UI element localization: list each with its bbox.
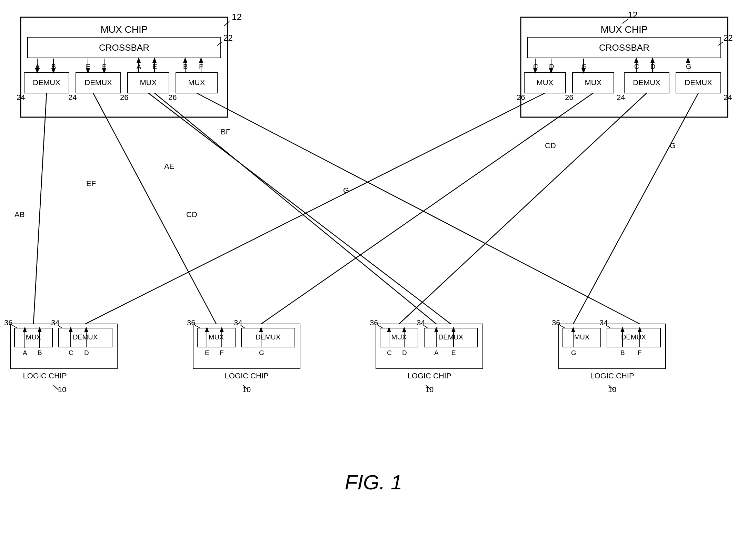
svg-text:MUX: MUX	[585, 78, 602, 87]
figure-label: FIG. 1	[345, 471, 402, 494]
svg-text:LOGIC CHIP: LOGIC CHIP	[225, 371, 268, 380]
svg-text:24: 24	[68, 93, 77, 102]
svg-line-153	[197, 93, 640, 324]
svg-text:B: B	[183, 63, 188, 70]
svg-text:MUX CHIP: MUX CHIP	[601, 24, 648, 35]
svg-text:MUX CHIP: MUX CHIP	[101, 24, 148, 35]
svg-text:F: F	[220, 349, 224, 356]
svg-text:24: 24	[724, 93, 732, 102]
svg-text:EF: EF	[86, 179, 96, 188]
svg-text:E: E	[152, 63, 157, 70]
svg-text:DEMUX: DEMUX	[633, 78, 660, 87]
svg-text:LOGIC CHIP: LOGIC CHIP	[23, 371, 67, 380]
svg-text:A: A	[137, 63, 141, 70]
svg-text:DEMUX: DEMUX	[33, 78, 60, 87]
svg-text:10: 10	[242, 385, 251, 394]
svg-text:10: 10	[608, 385, 616, 394]
svg-text:G: G	[343, 186, 349, 195]
svg-text:10: 10	[425, 385, 434, 394]
svg-line-155	[261, 93, 593, 324]
svg-text:B: B	[51, 63, 56, 70]
svg-text:A: A	[434, 349, 439, 356]
svg-text:10: 10	[58, 385, 66, 394]
svg-text:DEMUX: DEMUX	[685, 78, 712, 87]
svg-text:CD: CD	[545, 141, 556, 150]
circuit-diagram: MUX CHIP CROSSBAR 12 22 DEMUX 24 DEMUX 2…	[0, 0, 747, 560]
svg-text:B: B	[620, 349, 625, 356]
svg-text:C: C	[69, 349, 73, 356]
svg-text:A: A	[23, 349, 27, 356]
svg-text:24: 24	[617, 93, 625, 102]
svg-text:G: G	[581, 63, 587, 70]
svg-text:26: 26	[168, 93, 177, 102]
svg-text:AE: AE	[164, 162, 174, 171]
svg-text:E: E	[205, 349, 209, 356]
svg-text:12: 12	[232, 12, 242, 22]
diagram-container: MUX CHIP CROSSBAR 12 22 DEMUX 24 DEMUX 2…	[0, 0, 747, 560]
svg-text:G: G	[686, 63, 691, 70]
svg-text:24: 24	[17, 93, 25, 102]
svg-text:DEMUX: DEMUX	[73, 333, 98, 341]
svg-text:C: C	[634, 63, 639, 70]
svg-text:D: D	[84, 349, 89, 356]
svg-text:D: D	[549, 63, 554, 70]
svg-line-151	[155, 93, 436, 324]
svg-text:DEMUX: DEMUX	[84, 78, 112, 87]
svg-text:MUX: MUX	[537, 78, 554, 87]
svg-text:CD: CD	[186, 210, 197, 219]
svg-text:F: F	[638, 349, 642, 356]
svg-text:AB: AB	[14, 210, 24, 219]
svg-text:E: E	[86, 63, 90, 70]
svg-text:F: F	[199, 63, 203, 70]
svg-text:DEMUX: DEMUX	[621, 333, 646, 341]
svg-text:MUX: MUX	[140, 78, 157, 87]
svg-text:26: 26	[120, 93, 128, 102]
svg-text:MUX: MUX	[574, 333, 589, 341]
svg-text:DEMUX: DEMUX	[256, 333, 280, 341]
svg-text:C: C	[387, 349, 392, 356]
svg-line-159	[573, 93, 698, 324]
svg-text:B: B	[38, 349, 42, 356]
svg-text:MUX: MUX	[26, 333, 41, 341]
svg-text:CROSSBAR: CROSSBAR	[99, 42, 149, 53]
svg-text:G: G	[259, 349, 264, 356]
svg-line-161	[85, 93, 545, 324]
svg-text:A: A	[35, 63, 40, 70]
svg-line-157	[399, 93, 647, 324]
svg-text:36: 36	[4, 318, 12, 327]
svg-text:22: 22	[223, 33, 233, 42]
svg-text:36: 36	[552, 318, 560, 327]
svg-text:26: 26	[565, 93, 573, 102]
svg-text:LOGIC CHIP: LOGIC CHIP	[407, 371, 451, 380]
svg-text:CROSSBAR: CROSSBAR	[599, 42, 649, 53]
svg-line-149	[148, 93, 451, 324]
svg-text:D: D	[402, 349, 407, 356]
svg-text:36: 36	[370, 318, 378, 327]
svg-text:22: 22	[724, 33, 733, 42]
svg-text:C: C	[533, 63, 538, 70]
svg-text:BF: BF	[221, 128, 230, 136]
svg-text:F: F	[102, 63, 106, 70]
svg-text:LOGIC CHIP: LOGIC CHIP	[590, 371, 634, 380]
svg-text:12: 12	[628, 10, 638, 20]
svg-text:DEMUX: DEMUX	[438, 333, 463, 341]
svg-text:D: D	[650, 63, 655, 70]
svg-text:G: G	[571, 349, 576, 356]
svg-text:E: E	[451, 349, 456, 356]
svg-line-145	[33, 93, 47, 324]
svg-text:26: 26	[517, 93, 525, 102]
svg-text:G: G	[670, 141, 676, 150]
svg-text:36: 36	[187, 318, 195, 327]
svg-text:MUX: MUX	[188, 78, 205, 87]
